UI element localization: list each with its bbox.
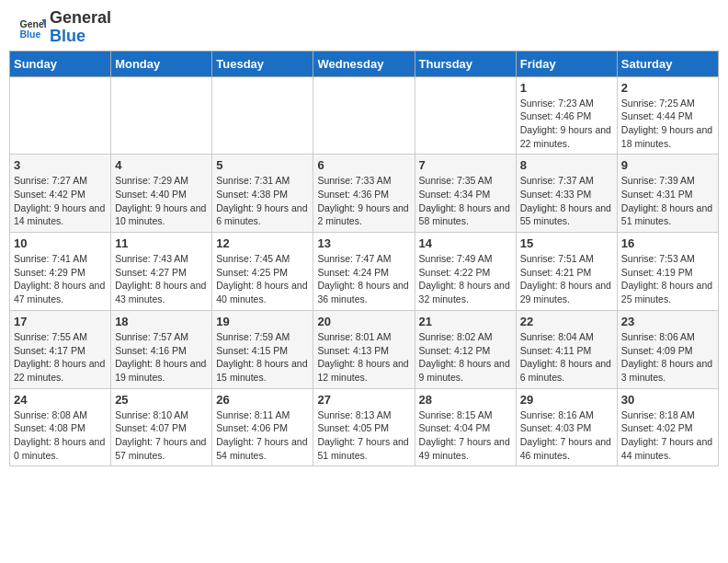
day-info: Sunrise: 8:13 AMSunset: 4:05 PMDaylight:… xyxy=(317,408,410,463)
day-info: Sunrise: 7:29 AMSunset: 4:40 PMDaylight:… xyxy=(115,174,208,228)
day-info: Sunrise: 7:31 AMSunset: 4:38 PMDaylight:… xyxy=(216,174,309,228)
calendar-cell: 26Sunrise: 8:11 AMSunset: 4:06 PMDayligh… xyxy=(212,388,313,466)
day-number: 29 xyxy=(520,393,613,407)
day-info: Sunrise: 7:43 AMSunset: 4:27 PMDaylight:… xyxy=(115,252,208,306)
calendar-cell: 1Sunrise: 7:23 AMSunset: 4:46 PMDaylight… xyxy=(516,76,617,155)
calendar-cell: 10Sunrise: 7:41 AMSunset: 4:29 PMDayligh… xyxy=(10,233,111,311)
day-info: Sunrise: 8:10 AMSunset: 4:07 PMDaylight:… xyxy=(115,408,208,463)
day-info: Sunrise: 7:25 AMSunset: 4:44 PMDaylight:… xyxy=(621,97,714,151)
day-of-week-header: Monday xyxy=(111,51,212,76)
day-number: 6 xyxy=(317,158,410,172)
day-number: 10 xyxy=(14,236,107,250)
calendar-cell xyxy=(313,76,415,155)
day-info: Sunrise: 7:37 AMSunset: 4:33 PMDaylight:… xyxy=(520,174,613,228)
day-info: Sunrise: 7:55 AMSunset: 4:17 PMDaylight:… xyxy=(14,330,107,385)
logo-general: General xyxy=(50,9,111,28)
calendar-cell: 25Sunrise: 8:10 AMSunset: 4:07 PMDayligh… xyxy=(111,388,212,466)
day-info: Sunrise: 8:16 AMSunset: 4:03 PMDaylight:… xyxy=(520,408,613,463)
day-number: 23 xyxy=(621,315,714,328)
calendar-cell: 22Sunrise: 8:04 AMSunset: 4:11 PMDayligh… xyxy=(516,310,617,388)
calendar-cell xyxy=(212,76,313,155)
day-info: Sunrise: 7:57 AMSunset: 4:16 PMDaylight:… xyxy=(115,330,208,385)
day-number: 18 xyxy=(115,315,208,328)
svg-text:Blue: Blue xyxy=(20,28,41,39)
day-info: Sunrise: 8:18 AMSunset: 4:02 PMDaylight:… xyxy=(621,408,714,463)
day-number: 22 xyxy=(520,315,613,328)
day-of-week-header: Friday xyxy=(516,51,617,76)
day-number: 24 xyxy=(14,393,107,407)
day-info: Sunrise: 7:35 AMSunset: 4:34 PMDaylight:… xyxy=(419,174,512,228)
day-number: 15 xyxy=(520,236,613,250)
day-info: Sunrise: 7:47 AMSunset: 4:24 PMDaylight:… xyxy=(317,252,410,306)
calendar-cell: 19Sunrise: 7:59 AMSunset: 4:15 PMDayligh… xyxy=(212,310,313,388)
day-number: 30 xyxy=(621,393,714,407)
page-header: General Blue General Blue xyxy=(0,0,728,51)
calendar-cell: 4Sunrise: 7:29 AMSunset: 4:40 PMDaylight… xyxy=(111,155,212,233)
calendar-cell: 12Sunrise: 7:45 AMSunset: 4:25 PMDayligh… xyxy=(212,233,313,311)
day-number: 25 xyxy=(115,393,208,407)
logo-text: General Blue xyxy=(50,9,111,46)
day-number: 12 xyxy=(216,236,309,250)
calendar-cell: 18Sunrise: 7:57 AMSunset: 4:16 PMDayligh… xyxy=(111,310,212,388)
day-info: Sunrise: 7:23 AMSunset: 4:46 PMDaylight:… xyxy=(520,97,613,151)
calendar-cell: 17Sunrise: 7:55 AMSunset: 4:17 PMDayligh… xyxy=(10,310,111,388)
calendar-cell: 24Sunrise: 8:08 AMSunset: 4:08 PMDayligh… xyxy=(10,388,111,466)
day-info: Sunrise: 8:04 AMSunset: 4:11 PMDaylight:… xyxy=(520,330,613,385)
day-info: Sunrise: 7:45 AMSunset: 4:25 PMDaylight:… xyxy=(216,252,309,306)
calendar-cell: 13Sunrise: 7:47 AMSunset: 4:24 PMDayligh… xyxy=(313,233,415,311)
day-number: 26 xyxy=(216,393,309,407)
day-number: 5 xyxy=(216,158,309,172)
calendar-cell xyxy=(111,76,212,155)
day-number: 14 xyxy=(419,236,512,250)
calendar-cell: 27Sunrise: 8:13 AMSunset: 4:05 PMDayligh… xyxy=(313,388,415,466)
logo: General Blue General Blue xyxy=(18,9,111,46)
calendar-cell: 11Sunrise: 7:43 AMSunset: 4:27 PMDayligh… xyxy=(111,233,212,311)
day-of-week-header: Saturday xyxy=(617,51,718,76)
calendar-cell: 6Sunrise: 7:33 AMSunset: 4:36 PMDaylight… xyxy=(313,155,415,233)
day-info: Sunrise: 7:39 AMSunset: 4:31 PMDaylight:… xyxy=(621,174,714,228)
calendar-cell: 23Sunrise: 8:06 AMSunset: 4:09 PMDayligh… xyxy=(617,310,718,388)
day-number: 13 xyxy=(317,236,410,250)
calendar-cell: 2Sunrise: 7:25 AMSunset: 4:44 PMDaylight… xyxy=(617,76,718,155)
day-number: 7 xyxy=(419,158,512,172)
calendar-cell: 21Sunrise: 8:02 AMSunset: 4:12 PMDayligh… xyxy=(415,310,516,388)
day-info: Sunrise: 8:08 AMSunset: 4:08 PMDaylight:… xyxy=(14,408,107,463)
day-info: Sunrise: 8:15 AMSunset: 4:04 PMDaylight:… xyxy=(419,408,512,463)
day-of-week-header: Sunday xyxy=(10,51,111,76)
day-info: Sunrise: 8:06 AMSunset: 4:09 PMDaylight:… xyxy=(621,330,714,385)
calendar-cell: 8Sunrise: 7:37 AMSunset: 4:33 PMDaylight… xyxy=(516,155,617,233)
day-number: 8 xyxy=(520,158,613,172)
day-info: Sunrise: 7:53 AMSunset: 4:19 PMDaylight:… xyxy=(621,252,714,306)
day-info: Sunrise: 8:11 AMSunset: 4:06 PMDaylight:… xyxy=(216,408,309,463)
day-number: 4 xyxy=(115,158,208,172)
day-of-week-header: Wednesday xyxy=(313,51,415,76)
day-info: Sunrise: 8:02 AMSunset: 4:12 PMDaylight:… xyxy=(419,330,512,385)
calendar-cell: 15Sunrise: 7:51 AMSunset: 4:21 PMDayligh… xyxy=(516,233,617,311)
day-of-week-header: Thursday xyxy=(415,51,516,76)
logo-blue: Blue xyxy=(50,28,111,46)
day-number: 28 xyxy=(419,393,512,407)
day-info: Sunrise: 7:27 AMSunset: 4:42 PMDaylight:… xyxy=(14,174,107,228)
day-number: 3 xyxy=(14,158,107,172)
calendar-cell: 3Sunrise: 7:27 AMSunset: 4:42 PMDaylight… xyxy=(10,155,111,233)
calendar-cell xyxy=(10,76,111,155)
calendar-cell: 7Sunrise: 7:35 AMSunset: 4:34 PMDaylight… xyxy=(415,155,516,233)
calendar-cell: 16Sunrise: 7:53 AMSunset: 4:19 PMDayligh… xyxy=(617,233,718,311)
day-of-week-header: Tuesday xyxy=(212,51,313,76)
calendar-cell: 5Sunrise: 7:31 AMSunset: 4:38 PMDaylight… xyxy=(212,155,313,233)
day-number: 17 xyxy=(14,315,107,328)
calendar-cell: 28Sunrise: 8:15 AMSunset: 4:04 PMDayligh… xyxy=(415,388,516,466)
day-number: 1 xyxy=(520,81,613,95)
day-info: Sunrise: 8:01 AMSunset: 4:13 PMDaylight:… xyxy=(317,330,410,385)
day-info: Sunrise: 7:33 AMSunset: 4:36 PMDaylight:… xyxy=(317,174,410,228)
day-number: 21 xyxy=(419,315,512,328)
day-info: Sunrise: 7:51 AMSunset: 4:21 PMDaylight:… xyxy=(520,252,613,306)
calendar-cell: 30Sunrise: 8:18 AMSunset: 4:02 PMDayligh… xyxy=(617,388,718,466)
day-info: Sunrise: 7:59 AMSunset: 4:15 PMDaylight:… xyxy=(216,330,309,385)
day-number: 27 xyxy=(317,393,410,407)
calendar-cell: 14Sunrise: 7:49 AMSunset: 4:22 PMDayligh… xyxy=(415,233,516,311)
calendar-cell: 29Sunrise: 8:16 AMSunset: 4:03 PMDayligh… xyxy=(516,388,617,466)
day-number: 11 xyxy=(115,236,208,250)
calendar-table: SundayMondayTuesdayWednesdayThursdayFrid… xyxy=(9,51,719,467)
calendar-cell: 9Sunrise: 7:39 AMSunset: 4:31 PMDaylight… xyxy=(617,155,718,233)
